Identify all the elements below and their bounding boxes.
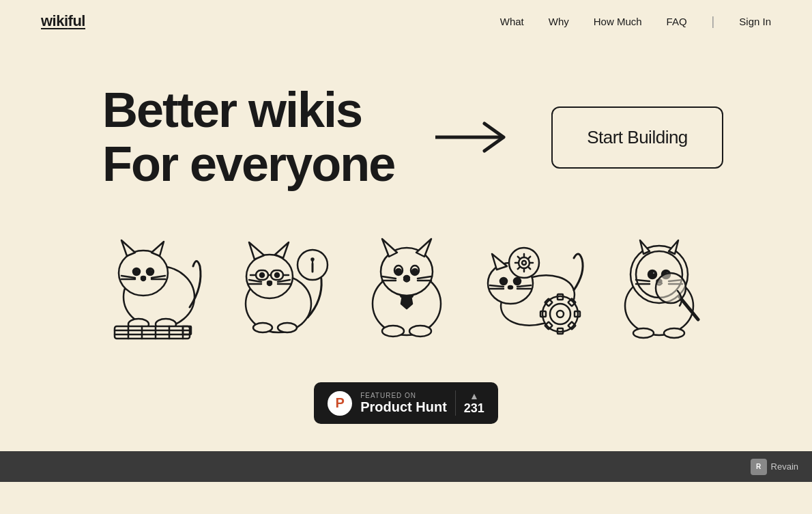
svg-point-26: [246, 255, 293, 298]
svg-marker-28: [275, 242, 289, 258]
ph-vote-count: 231: [464, 401, 484, 416]
ph-product-name: Product Hunt: [360, 399, 447, 415]
arrow-decoration: [435, 117, 517, 158]
hero-title-block: Better wikis For everyone: [102, 83, 394, 191]
svg-point-57: [414, 270, 416, 272]
cat-business-illustration: [347, 232, 466, 341]
svg-marker-27: [249, 242, 264, 259]
svg-point-35: [275, 273, 279, 277]
product-hunt-icon: P: [328, 391, 352, 416]
logo-text: wikiful: [41, 12, 85, 29]
cat-search-illustration: [599, 232, 719, 341]
svg-point-58: [404, 276, 409, 280]
ph-featured-label: FEATURED ON: [360, 392, 447, 399]
svg-marker-50: [382, 239, 397, 257]
hero-section: Better wikis For everyone Start Building: [0, 42, 812, 218]
nav-separator: |: [712, 14, 715, 29]
svg-point-2: [119, 251, 168, 296]
product-hunt-section: P FEATURED ON Product Hunt ▲ 231: [0, 369, 812, 451]
ph-vote-group: ▲ 231: [455, 390, 484, 416]
svg-marker-4: [151, 242, 164, 256]
right-arrow-icon: [435, 117, 517, 158]
cat-gear-illustration: [473, 232, 592, 341]
hero-title: Better wikis For everyone: [102, 83, 394, 191]
revain-label: Revain: [771, 461, 798, 472]
svg-point-76: [509, 248, 539, 278]
revain-icon: R: [751, 459, 767, 475]
revain-badge[interactable]: R Revain: [751, 459, 798, 475]
svg-point-87: [542, 296, 578, 332]
nav-what[interactable]: What: [500, 16, 524, 27]
logo[interactable]: wikiful: [41, 12, 85, 30]
cat-info-illustration: [220, 232, 340, 341]
ph-text-group: FEATURED ON Product Hunt: [360, 392, 447, 415]
svg-point-70: [514, 278, 521, 285]
svg-point-7: [136, 270, 139, 272]
svg-point-8: [150, 270, 152, 272]
hero-title-line2: For everyone: [102, 137, 394, 191]
ph-upvote-arrow: ▲: [469, 390, 479, 401]
ph-p-letter: P: [335, 395, 344, 411]
navbar: wikiful What Why How Much FAQ | Sign In: [0, 0, 812, 42]
svg-point-64: [409, 326, 431, 337]
hero-title-line1: Better wikis: [102, 83, 394, 137]
svg-point-41: [253, 323, 272, 332]
svg-point-105: [652, 272, 655, 274]
svg-rect-16: [115, 326, 190, 339]
nav-faq[interactable]: FAQ: [667, 16, 687, 27]
nav-how-much[interactable]: How Much: [594, 16, 642, 27]
svg-point-42: [278, 323, 297, 332]
start-building-button[interactable]: Start Building: [551, 106, 723, 169]
svg-point-69: [500, 278, 507, 285]
svg-point-115: [664, 328, 684, 338]
svg-point-56: [398, 270, 400, 272]
svg-point-45: [311, 259, 313, 261]
footer-bar: R Revain: [0, 451, 812, 482]
nav-why[interactable]: Why: [549, 16, 569, 27]
cat-keyboard-illustration: [94, 232, 214, 341]
svg-point-63: [382, 326, 404, 337]
cats-illustration-row: [0, 218, 812, 369]
svg-point-71: [508, 286, 512, 289]
nav-links: What Why How Much FAQ | Sign In: [500, 14, 771, 29]
product-hunt-badge[interactable]: P FEATURED ON Product Hunt ▲ 231: [314, 382, 498, 424]
svg-marker-3: [121, 240, 135, 256]
svg-marker-67: [492, 254, 507, 270]
svg-marker-51: [416, 239, 431, 257]
svg-point-114: [633, 328, 654, 338]
nav-signin[interactable]: Sign In: [739, 16, 771, 27]
svg-point-34: [260, 273, 264, 277]
